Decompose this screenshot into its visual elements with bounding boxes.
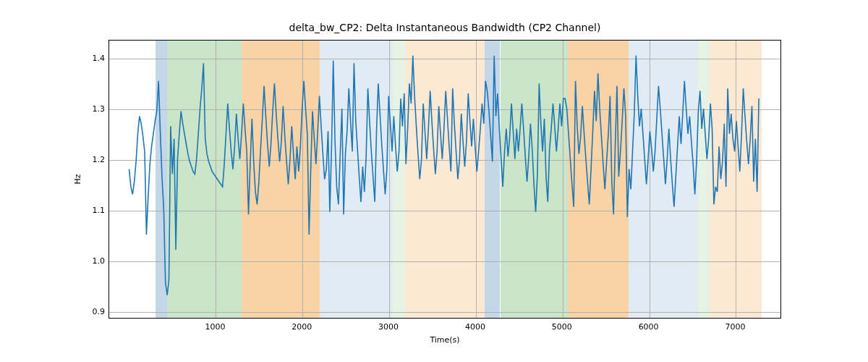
y-tick-label: 1.1 [83, 206, 105, 215]
plot-inner [109, 41, 780, 318]
line-series [109, 41, 780, 318]
y-axis-label: Hz [72, 40, 82, 319]
x-tick-label: 5000 [540, 322, 584, 332]
y-tick-label: 1.4 [83, 54, 105, 63]
y-tick-label: 1.2 [83, 155, 105, 164]
x-tick-label: 3000 [367, 322, 410, 332]
figure: delta_bw_CP2: Delta Instantaneous Bandwi… [0, 0, 868, 362]
y-tick-label: 1.3 [83, 104, 105, 114]
x-tick-label: 4000 [454, 322, 497, 332]
chart-title: delta_bw_CP2: Delta Instantaneous Bandwi… [109, 22, 781, 33]
x-tick-label: 7000 [713, 322, 757, 332]
plot-area [109, 40, 781, 319]
line-path [129, 56, 760, 295]
x-axis-label: Time(s) [109, 335, 781, 345]
x-tick-label: 6000 [627, 322, 671, 332]
y-tick-label: 0.9 [83, 307, 105, 316]
x-tick-label: 1000 [193, 322, 237, 332]
y-tick-label: 1.0 [83, 256, 105, 266]
x-tick-label: 2000 [280, 322, 323, 332]
